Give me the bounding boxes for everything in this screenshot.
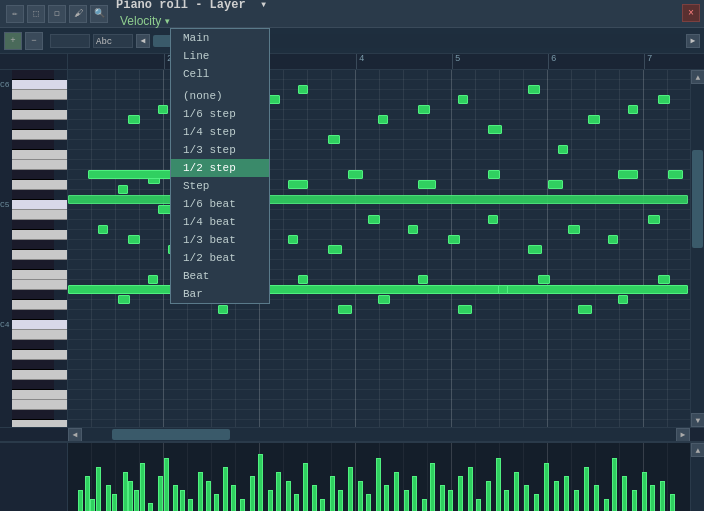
piano-key-11[interactable] bbox=[12, 180, 67, 190]
piano-key-19[interactable] bbox=[12, 260, 54, 270]
vel-bar-4[interactable] bbox=[106, 485, 111, 511]
note-27[interactable] bbox=[328, 245, 342, 254]
vel-bar-58[interactable] bbox=[584, 467, 589, 511]
scroll-thumb-h[interactable] bbox=[112, 429, 231, 440]
piano-key-21[interactable] bbox=[12, 280, 67, 290]
zoom-slider[interactable] bbox=[50, 34, 90, 48]
velocity-grid[interactable] bbox=[68, 443, 690, 511]
note-18[interactable] bbox=[588, 115, 600, 124]
scroll-left2-btn[interactable]: ◀ bbox=[68, 428, 82, 442]
vel-bar-21[interactable] bbox=[240, 499, 245, 512]
note-50[interactable] bbox=[618, 295, 628, 304]
piano-key-14[interactable] bbox=[12, 210, 67, 220]
tool-eraser[interactable]: ◻ bbox=[48, 5, 66, 23]
note-57[interactable] bbox=[548, 180, 563, 189]
note-54[interactable] bbox=[348, 170, 363, 179]
note-7[interactable] bbox=[158, 105, 168, 114]
piano-key-17[interactable] bbox=[12, 240, 54, 250]
piano-key-8[interactable] bbox=[12, 150, 67, 160]
vel-scroll-up[interactable]: ▲ bbox=[691, 443, 704, 457]
scroll-up-btn[interactable]: ▲ bbox=[691, 70, 704, 84]
note-6[interactable] bbox=[128, 115, 140, 124]
note-2[interactable] bbox=[118, 185, 128, 194]
vel-bar-16[interactable] bbox=[198, 472, 203, 512]
note-16[interactable] bbox=[528, 85, 540, 94]
piano-key-28[interactable] bbox=[12, 350, 67, 360]
vel-bar-47[interactable] bbox=[476, 499, 481, 512]
menu-item-cell[interactable]: Cell bbox=[171, 65, 269, 83]
vel-bar-46[interactable] bbox=[468, 467, 473, 511]
piano-key-27[interactable] bbox=[12, 340, 54, 350]
note-32[interactable] bbox=[528, 245, 542, 254]
note-59[interactable] bbox=[668, 170, 683, 179]
vel-bar-66[interactable] bbox=[660, 481, 665, 512]
vel-bar-17[interactable] bbox=[206, 481, 211, 512]
vel-bar-63[interactable] bbox=[632, 490, 637, 512]
menu-item-third_beat[interactable]: 1/3 beat bbox=[171, 231, 269, 249]
piano-key-5[interactable] bbox=[12, 120, 54, 130]
vel-bar-10[interactable] bbox=[148, 503, 153, 511]
vel-bar-23[interactable] bbox=[258, 454, 263, 512]
note-20[interactable] bbox=[658, 95, 670, 104]
vel-bar-60[interactable] bbox=[604, 499, 609, 512]
grid-container[interactable] bbox=[68, 70, 690, 427]
vel-bar-19[interactable] bbox=[223, 467, 228, 511]
piano-key-24[interactable] bbox=[12, 310, 54, 320]
vel-bar-44[interactable] bbox=[448, 490, 453, 512]
vel-bar-26[interactable] bbox=[286, 481, 291, 512]
note-44[interactable] bbox=[378, 295, 390, 304]
vel-bar-33[interactable] bbox=[348, 467, 353, 511]
vel-bar-54[interactable] bbox=[544, 463, 549, 512]
abc-input[interactable]: Abc bbox=[93, 34, 133, 48]
note-11[interactable] bbox=[328, 135, 340, 144]
menu-item-main[interactable]: Main bbox=[171, 29, 269, 47]
vel-bar-3[interactable] bbox=[96, 467, 101, 511]
piano-key-26[interactable] bbox=[12, 330, 67, 340]
vel-bar-61[interactable] bbox=[612, 458, 617, 511]
vel-bar-15[interactable] bbox=[188, 499, 193, 512]
piano-key-7[interactable] bbox=[12, 140, 54, 150]
vel-bar-0[interactable] bbox=[78, 490, 83, 512]
piano-key-0[interactable] bbox=[12, 70, 54, 80]
note-55[interactable] bbox=[418, 180, 436, 189]
tool-select[interactable]: ⬚ bbox=[27, 5, 45, 23]
zoom-out-btn[interactable]: − bbox=[25, 32, 43, 50]
close-button[interactable]: × bbox=[682, 4, 700, 22]
vel-bar-7[interactable] bbox=[128, 481, 133, 512]
vel-bar-12[interactable] bbox=[164, 458, 169, 511]
menu-item-half_beat[interactable]: 1/2 beat bbox=[171, 249, 269, 267]
note-42[interactable] bbox=[298, 275, 308, 284]
vel-bar-24[interactable] bbox=[268, 490, 273, 512]
note-19[interactable] bbox=[628, 105, 638, 114]
scroll-down-btn[interactable]: ▼ bbox=[691, 413, 704, 427]
vel-bar-59[interactable] bbox=[594, 485, 599, 511]
scroll-right-btn[interactable]: ▶ bbox=[686, 34, 700, 48]
vel-bar-29[interactable] bbox=[312, 485, 317, 511]
vel-bar-27[interactable] bbox=[294, 494, 299, 511]
vel-bar-52[interactable] bbox=[524, 485, 529, 511]
tool-pencil[interactable]: ✏ bbox=[6, 5, 24, 23]
piano-key-29[interactable] bbox=[12, 360, 54, 370]
note-35[interactable] bbox=[648, 215, 660, 224]
vel-bar-34[interactable] bbox=[358, 481, 363, 512]
vel-bar-38[interactable] bbox=[394, 472, 399, 512]
vel-bar-42[interactable] bbox=[430, 463, 435, 512]
note-49[interactable] bbox=[578, 305, 592, 314]
note-17[interactable] bbox=[558, 145, 568, 154]
note-53[interactable] bbox=[288, 180, 308, 189]
vel-bar-51[interactable] bbox=[514, 472, 519, 512]
vel-bar-11[interactable] bbox=[158, 476, 163, 511]
vel-bar-36[interactable] bbox=[376, 458, 381, 511]
vel-bar-41[interactable] bbox=[422, 499, 427, 512]
note-22[interactable] bbox=[128, 235, 140, 244]
piano-key-22[interactable] bbox=[12, 290, 54, 300]
piano-key-13[interactable]: C5 bbox=[12, 200, 67, 210]
vel-bar-49[interactable] bbox=[496, 458, 501, 511]
note-43[interactable] bbox=[338, 305, 352, 314]
menu-item-bar[interactable]: Bar bbox=[171, 285, 269, 303]
piano-key-12[interactable] bbox=[12, 190, 54, 200]
note-51[interactable] bbox=[658, 275, 670, 284]
vel-bar-31[interactable] bbox=[330, 476, 335, 511]
note-12[interactable] bbox=[378, 115, 388, 124]
vel-bar-48[interactable] bbox=[486, 481, 491, 512]
